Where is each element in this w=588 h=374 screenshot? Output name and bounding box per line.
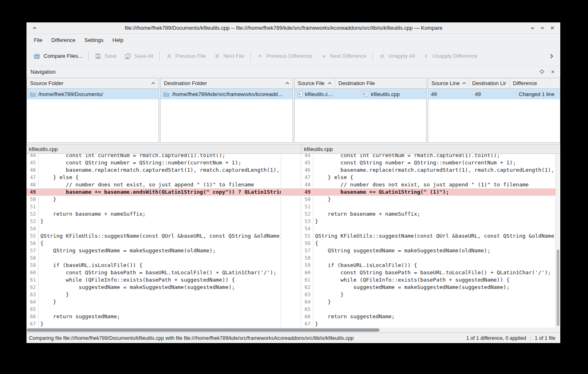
double-chevron-up-icon bbox=[166, 53, 172, 59]
previous-file-label: Previous File bbox=[175, 53, 206, 59]
source-folder-row[interactable]: /home/fhek789/Documents/ bbox=[27, 89, 159, 99]
files-panel: Source File Destination File C kfileutil… bbox=[294, 78, 427, 143]
save-button[interactable]: Save bbox=[91, 49, 121, 63]
double-chevron-left-icon bbox=[379, 53, 385, 59]
diff-connector bbox=[281, 154, 301, 328]
right-code[interactable]: const int currentNum = rmatch.captured(1… bbox=[313, 154, 555, 328]
toolbar-separator bbox=[372, 51, 373, 61]
unapply-all-button[interactable]: Unapply All bbox=[375, 49, 419, 63]
unapply-all-label: Unapply All bbox=[388, 53, 415, 59]
keep-above-button[interactable] bbox=[30, 24, 40, 33]
compare-files-button[interactable]: Compare Files... bbox=[30, 49, 86, 63]
menubar: File Difference Settings Help bbox=[26, 34, 560, 46]
differences-list: 49 49 Changed 1 line bbox=[428, 89, 560, 142]
files-row[interactable]: C kfileutils.c… C kfileutils.cpp bbox=[295, 89, 426, 99]
header-destination-file[interactable]: Destination File bbox=[335, 78, 426, 88]
maximize-button[interactable] bbox=[537, 24, 547, 33]
header-destination-folder[interactable]: Destination Folder bbox=[161, 78, 292, 88]
navigation-panels: Source Folder /home/fhek789/Documents/ bbox=[26, 77, 560, 144]
unapply-difference-button[interactable]: Unapply Difference bbox=[419, 49, 481, 63]
horizontal-scrollbar-handle[interactable] bbox=[27, 328, 379, 332]
cpp-file-icon: C bbox=[297, 91, 303, 97]
chevron-up-icon bbox=[32, 25, 37, 31]
next-difference-button[interactable]: Next Difference bbox=[317, 49, 370, 63]
minimize-button[interactable] bbox=[528, 24, 537, 33]
close-button[interactable] bbox=[547, 24, 557, 33]
next-file-button[interactable]: Next File bbox=[210, 49, 248, 63]
close-icon bbox=[550, 25, 555, 31]
status-comparing: Comparing file file:///home/fhek789/Docu… bbox=[29, 335, 462, 341]
diff-view: kfileutils.cpp kfileutils.cpp 4445464748… bbox=[26, 144, 560, 328]
difference-row[interactable]: 49 49 Changed 1 line bbox=[428, 89, 560, 99]
header-difference[interactable]: Difference bbox=[510, 78, 560, 88]
header-destination-file-label: Destination File bbox=[339, 80, 375, 86]
source-folder-list: /home/fhek789/Documents/ bbox=[27, 89, 159, 142]
status-files: 1 of 1 file bbox=[535, 335, 555, 341]
source-file-name: kfileutils.c… bbox=[305, 91, 333, 97]
header-difference-label: Difference bbox=[513, 80, 537, 86]
source-line-value: 49 bbox=[431, 91, 437, 97]
menu-settings[interactable]: Settings bbox=[80, 35, 108, 45]
header-destination-folder-label: Destination Folder bbox=[164, 80, 207, 86]
destination-folder-row[interactable]: /home/fhek789/kde/src/frameworks/kcoread… bbox=[161, 89, 292, 99]
save-icon bbox=[95, 53, 101, 59]
svg-text:C: C bbox=[298, 92, 300, 96]
compare-files-label: Compare Files... bbox=[44, 53, 82, 59]
header-source-folder[interactable]: Source Folder bbox=[27, 78, 159, 88]
menu-file[interactable]: File bbox=[30, 35, 46, 45]
chevron-right-icon bbox=[548, 53, 555, 59]
save-all-label: Save All bbox=[134, 53, 153, 59]
next-difference-label: Next Difference bbox=[330, 53, 366, 59]
destination-line-value: 49 bbox=[475, 91, 481, 97]
window-title: file:///home/fhek789/Documents/kfileutil… bbox=[40, 25, 528, 31]
diamond-icon bbox=[540, 69, 544, 74]
close-icon bbox=[551, 70, 555, 74]
menu-help[interactable]: Help bbox=[108, 35, 128, 45]
header-source-file-label: Source File bbox=[298, 80, 325, 86]
source-folder-panel: Source Folder /home/fhek789/Documents/ bbox=[26, 78, 159, 143]
previous-file-button[interactable]: Previous File bbox=[162, 49, 210, 63]
titlebar: file:///home/fhek789/Documents/kfileutil… bbox=[26, 22, 560, 34]
source-folder-path: /home/fhek789/Documents/ bbox=[38, 91, 103, 97]
header-source-line[interactable]: Source Line bbox=[428, 78, 469, 88]
destination-folder-list: /home/fhek789/kde/src/frameworks/kcoread… bbox=[161, 89, 292, 142]
navigation-dock-header[interactable]: Navigation bbox=[26, 66, 560, 77]
status-separator bbox=[530, 335, 531, 341]
header-source-file[interactable]: Source File bbox=[295, 78, 335, 88]
differences-panel: Source Line Destination Lir Difference 4… bbox=[428, 78, 560, 143]
next-file-label: Next File bbox=[223, 53, 244, 59]
save-all-button[interactable]: Save All bbox=[121, 49, 157, 63]
statusbar: Comparing file file:///home/fhek789/Docu… bbox=[26, 332, 560, 343]
svg-text:C: C bbox=[364, 92, 366, 96]
destination-folder-panel: Destination Folder /home/fhek789/kde/src… bbox=[160, 78, 293, 143]
chevron-down-icon bbox=[321, 53, 327, 59]
header-source-folder-label: Source Folder bbox=[30, 80, 64, 86]
sort-ascending-icon bbox=[328, 82, 332, 85]
toolbar-separator bbox=[250, 51, 251, 61]
sort-ascending-icon bbox=[151, 82, 155, 85]
dock-float-button[interactable] bbox=[538, 68, 546, 75]
toolbar-separator bbox=[159, 51, 160, 61]
left-pane-title: kfileutils.cpp bbox=[26, 145, 301, 154]
left-gutter: 4445464748495051525354555657585960616263… bbox=[26, 154, 39, 328]
previous-difference-label: Previous Difference bbox=[266, 53, 312, 59]
previous-difference-button[interactable]: Previous Difference bbox=[253, 49, 316, 63]
dock-close-button[interactable] bbox=[549, 68, 556, 75]
folder-icon bbox=[30, 92, 36, 97]
header-source-line-label: Source Line bbox=[432, 80, 460, 86]
compare-folders-icon bbox=[34, 53, 41, 59]
double-chevron-down-icon bbox=[214, 53, 220, 59]
horizontal-scrollbar[interactable] bbox=[26, 328, 560, 332]
kompare-window: file:///home/fhek789/Documents/kfileutil… bbox=[26, 22, 560, 343]
difference-value: Changed 1 line bbox=[519, 91, 554, 97]
header-destination-line[interactable]: Destination Lir bbox=[469, 78, 510, 88]
menu-difference[interactable]: Difference bbox=[47, 35, 79, 45]
cpp-file-icon: C bbox=[363, 91, 368, 97]
toolbar-overflow-button[interactable] bbox=[546, 50, 557, 62]
vertical-scrollbar-handle[interactable] bbox=[557, 249, 559, 326]
chevron-down-icon bbox=[530, 25, 535, 31]
destination-file-name: kfileutils.cpp bbox=[371, 91, 400, 97]
chevron-left-icon bbox=[423, 53, 429, 59]
vertical-scrollbar[interactable] bbox=[555, 154, 560, 328]
left-code[interactable]: const int currentNum = rmatch.captured(1… bbox=[39, 154, 281, 328]
